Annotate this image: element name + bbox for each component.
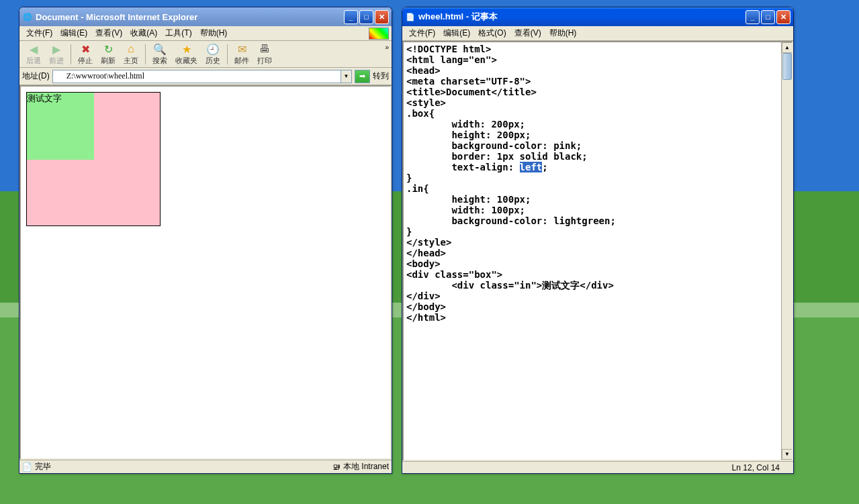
forward-icon: ▶	[50, 42, 63, 56]
separator	[145, 44, 146, 64]
scroll-up-icon[interactable]: ▲	[782, 42, 793, 53]
refresh-button[interactable]: ↻刷新	[97, 41, 120, 67]
stop-label: 停止	[78, 56, 93, 66]
menu-tools[interactable]: 工具(T)	[161, 26, 195, 40]
maximize-button[interactable]: □	[761, 10, 775, 24]
mail-icon: ✉	[235, 42, 248, 56]
np-statusbar: Ln 12, Col 14	[402, 461, 793, 473]
cursor-position: Ln 12, Col 14	[732, 463, 780, 472]
minimize-button[interactable]: _	[745, 10, 760, 24]
menu-favorites[interactable]: 收藏(A)	[126, 26, 161, 40]
history-icon: 🕘	[206, 42, 220, 56]
notepad-icon: 📄	[405, 11, 416, 22]
home-button[interactable]: ⌂主页	[120, 41, 142, 67]
separator	[71, 44, 71, 64]
stop-button[interactable]: ✖停止	[74, 41, 97, 67]
goto-label: 转到	[373, 70, 389, 82]
address-input[interactable]	[52, 70, 341, 83]
scroll-thumb[interactable]	[782, 53, 792, 80]
refresh-label: 刷新	[101, 56, 116, 66]
separator	[227, 44, 228, 64]
print-icon: 🖶	[258, 42, 271, 56]
history-button[interactable]: 🕘历史	[201, 41, 224, 67]
ie-throbber-icon	[369, 28, 389, 40]
menu-help[interactable]: 帮助(H)	[196, 26, 232, 40]
code-text-before: <!DOCTYPE html> <html lang="en"> <head> …	[406, 44, 588, 172]
notepad-window: 📄 wheel.html - 记事本 _ □ ✕ 文件(F) 编辑(E) 格式(…	[402, 7, 794, 474]
address-bar: 地址(D) 🌐 ▼ ➡ 转到	[19, 68, 392, 85]
np-titlebar[interactable]: 📄 wheel.html - 记事本 _ □ ✕	[402, 7, 793, 26]
menu-help[interactable]: 帮助(H)	[545, 26, 581, 40]
address-dropdown[interactable]: ▼	[341, 70, 352, 83]
back-label: 后退	[26, 56, 41, 66]
forward-label: 前进	[49, 56, 64, 66]
minimize-button[interactable]: _	[344, 10, 358, 24]
search-icon: 🔍	[153, 42, 167, 56]
search-label: 搜索	[152, 56, 167, 66]
refresh-icon: ↻	[101, 42, 115, 56]
zone-icon: 🖳	[332, 462, 341, 472]
selected-text: left	[520, 162, 543, 172]
ie-titlebar[interactable]: 🌐 Document - Microsoft Internet Explorer…	[19, 7, 392, 26]
star-icon: ★	[180, 42, 193, 56]
ie-window: 🌐 Document - Microsoft Internet Explorer…	[19, 7, 392, 474]
editor-area[interactable]: <!DOCTYPE html> <html lang="en"> <head> …	[402, 41, 793, 461]
ie-icon: 🌐	[22, 11, 33, 22]
menu-file[interactable]: 文件(F)	[22, 26, 56, 40]
home-label: 主页	[124, 56, 138, 66]
menu-edit[interactable]: 编辑(E)	[56, 26, 91, 40]
print-button[interactable]: 🖶打印	[253, 41, 276, 67]
print-label: 打印	[257, 56, 272, 66]
demo-box: 测试文字	[26, 92, 161, 226]
menu-format[interactable]: 格式(O)	[474, 26, 510, 40]
page-content[interactable]: 测试文字	[19, 85, 392, 460]
scroll-down-icon[interactable]: ▼	[782, 449, 793, 460]
forward-button[interactable]: ▶前进	[45, 41, 68, 67]
close-button[interactable]: ✕	[375, 10, 389, 24]
demo-inner: 测试文字	[27, 93, 94, 160]
address-label: 地址(D)	[22, 70, 50, 82]
mail-label: 邮件	[234, 56, 249, 66]
menu-view[interactable]: 查看(V)	[91, 26, 126, 40]
scrollbar[interactable]: ▲▼	[781, 42, 792, 460]
np-menubar: 文件(F) 编辑(E) 格式(O) 查看(V) 帮助(H)	[402, 26, 793, 41]
ie-title: Document - Microsoft Internet Explorer	[36, 12, 344, 22]
chevron-icon[interactable]: »	[385, 44, 389, 51]
menu-edit[interactable]: 编辑(E)	[439, 26, 474, 40]
go-button[interactable]: ➡	[355, 70, 370, 83]
menu-file[interactable]: 文件(F)	[405, 26, 439, 40]
search-button[interactable]: 🔍搜索	[148, 41, 171, 67]
ie-statusbar: 📄 完毕 🖳 本地 Intranet	[19, 460, 392, 473]
maximize-button[interactable]: □	[359, 10, 373, 24]
ie-menubar: 文件(F) 编辑(E) 查看(V) 收藏(A) 工具(T) 帮助(H)	[19, 26, 392, 41]
home-icon: ⌂	[124, 42, 138, 56]
menu-view[interactable]: 查看(V)	[510, 26, 545, 40]
go-arrow-icon: ➡	[359, 72, 365, 81]
back-icon: ◀	[27, 42, 40, 56]
ie-toolbar: ◀后退 ▶前进 ✖停止 ↻刷新 ⌂主页 🔍搜索 ★收藏夹 🕘历史 ✉邮件 🖶打印…	[19, 41, 392, 68]
mail-button[interactable]: ✉邮件	[230, 41, 253, 67]
status-done: 完毕	[35, 461, 51, 472]
favorites-label: 收藏夹	[175, 56, 197, 66]
back-button[interactable]: ◀后退	[22, 41, 45, 67]
code-text-after: ; } .in{ height: 100px; width: 100px; ba…	[406, 162, 616, 323]
stop-icon: ✖	[79, 42, 92, 56]
document-icon: 📄	[22, 462, 32, 472]
status-zone: 本地 Intranet	[343, 461, 389, 472]
close-button[interactable]: ✕	[776, 10, 790, 24]
history-label: 历史	[206, 56, 220, 66]
favorites-button[interactable]: ★收藏夹	[171, 41, 201, 67]
np-title: wheel.html - 记事本	[418, 11, 745, 23]
